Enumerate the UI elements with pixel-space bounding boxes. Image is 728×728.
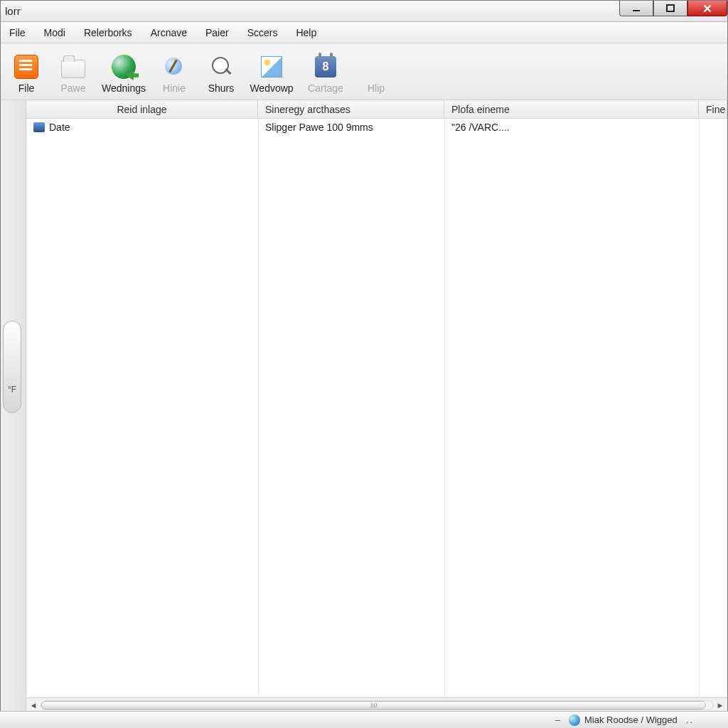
tool-file-label: File: [18, 82, 35, 94]
taskbar: – Miak Roodse / Wigged ..: [0, 711, 728, 728]
cell-fine: [699, 126, 727, 129]
app-window: lorr File Modi Relerborks Arcnave Paier …: [0, 0, 728, 712]
menu-sccers[interactable]: Sccers: [245, 24, 281, 41]
minimize-button[interactable]: [619, 1, 653, 16]
minimize-icon: [631, 4, 641, 14]
tool-pawe-label: Pawe: [60, 82, 85, 94]
cell-name-text: Date: [49, 122, 70, 133]
window-controls: [619, 1, 727, 21]
col-header-3[interactable]: Plofa eineme: [444, 100, 699, 118]
tool-shurs[interactable]: Shurs: [198, 54, 244, 94]
tool-hinie[interactable]: Hinie: [151, 54, 197, 94]
maximize-icon: [665, 4, 675, 14]
tool-hinie-label: Hinie: [163, 82, 186, 94]
globe-arrow-icon: [111, 54, 136, 80]
taskbar-dash: –: [555, 714, 560, 725]
cell-plofa: "26 /VARC....: [444, 120, 699, 134]
close-icon: [702, 4, 712, 14]
tool-hlip[interactable]: Hlip: [353, 54, 399, 94]
taskbar-dots: ..: [686, 714, 694, 725]
magnifier-icon: [208, 54, 234, 80]
menu-relerborks[interactable]: Relerborks: [81, 24, 135, 41]
tool-wednings-label: Wednings: [102, 82, 146, 94]
table-rows: Date Slipger Pawe 100 9mms "26 /VARC....: [26, 119, 727, 697]
scroll-thumb[interactable]: 10: [41, 701, 706, 710]
maximize-button[interactable]: [653, 1, 687, 16]
scroll-left-arrow-icon[interactable]: ◄: [26, 699, 41, 712]
table-row[interactable]: Date Slipger Pawe 100 9mms "26 /VARC....: [26, 119, 727, 136]
scroll-right-arrow-icon[interactable]: ►: [713, 699, 727, 712]
brush-icon: [161, 54, 187, 80]
menu-modi[interactable]: Modi: [41, 24, 68, 41]
title-bar: lorr: [1, 1, 727, 22]
tool-wedvowp-label: Wedvowp: [250, 82, 293, 94]
col-header-4[interactable]: Fine: [699, 100, 727, 118]
side-panel: °F: [1, 100, 26, 712]
h-scrollbar[interactable]: ◄ 10 ►: [26, 697, 727, 712]
svg-rect-1: [667, 5, 674, 11]
blank-icon: [363, 54, 389, 80]
toolbar: File Pawe Wednings Hinie Shurs Wedvowp 8…: [1, 43, 727, 100]
side-slider[interactable]: [3, 321, 21, 413]
menu-arcnave[interactable]: Arcnave: [148, 24, 190, 41]
svg-rect-0: [633, 10, 640, 11]
taskbar-item-label: Miak Roodse / Wigged: [584, 714, 678, 725]
scroll-thumb-label: 10: [370, 702, 377, 709]
globe-icon: [569, 714, 580, 726]
picture-icon: [259, 54, 284, 80]
tool-wedvowp[interactable]: Wedvowp: [245, 54, 298, 94]
main-panel: Reid inlage Sineregy arcthases Plofa ein…: [26, 100, 727, 712]
menu-file[interactable]: File: [6, 24, 28, 41]
file-icon: [14, 54, 39, 80]
cell-sineregy: Slipger Pawe 100 9mms: [258, 120, 444, 134]
tool-cartage-label: Cartage: [308, 82, 343, 94]
cell-name: Date: [26, 120, 258, 134]
column-headers: Reid inlage Sineregy arcthases Plofa ein…: [26, 100, 727, 119]
taskbar-item[interactable]: Miak Roodse / Wigged: [569, 714, 678, 726]
content-body: °F Reid inlage Sineregy arcthases Plofa …: [1, 100, 727, 712]
close-button[interactable]: [687, 1, 727, 16]
tool-pawe[interactable]: Pawe: [50, 54, 96, 94]
scroll-track[interactable]: 10: [41, 700, 713, 710]
col-header-2[interactable]: Sineregy arcthases: [258, 100, 444, 118]
tool-cartage[interactable]: 8 Cartage: [299, 54, 352, 94]
menu-help[interactable]: Help: [293, 24, 319, 41]
tool-shurs-label: Shurs: [208, 82, 235, 94]
grid-lines: [26, 119, 727, 697]
item-icon: [33, 122, 45, 132]
menu-bar: File Modi Relerborks Arcnave Paier Sccer…: [1, 22, 727, 43]
side-unit-label: °F: [8, 385, 16, 395]
folder-icon: [60, 54, 86, 80]
menu-paier[interactable]: Paier: [203, 24, 232, 41]
tool-wednings[interactable]: Wednings: [97, 54, 150, 94]
tool-hlip-label: Hlip: [368, 82, 385, 94]
tool-file[interactable]: File: [4, 54, 49, 94]
calendar-icon: 8: [313, 54, 338, 80]
window-title: lorr: [5, 5, 21, 17]
col-header-1[interactable]: Reid inlage: [26, 100, 258, 118]
